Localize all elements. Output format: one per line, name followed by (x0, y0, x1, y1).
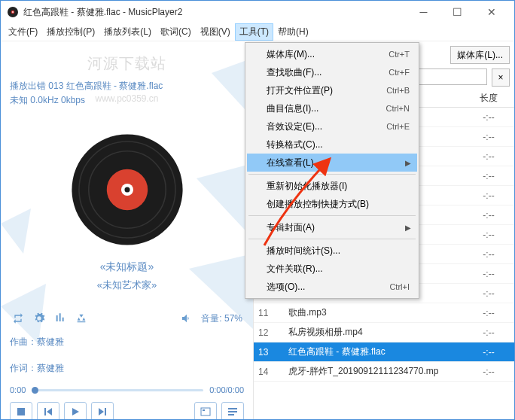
progress-bar[interactable] (32, 389, 203, 391)
tools-menu-item[interactable]: 媒体库(M)...Ctr+T (247, 45, 417, 63)
menu-item-label: 文件关联(R)... (267, 263, 410, 275)
maximize-button[interactable]: ☐ (440, 2, 474, 23)
row-duration: -:-- (463, 230, 514, 240)
tools-menu-item[interactable]: 文件关联(R)... (247, 260, 417, 278)
watermark-text: 河源下载站 (10, 53, 244, 74)
menu-help[interactable]: 帮助(H) (273, 23, 313, 41)
row-duration: -:-- (463, 171, 514, 181)
menu-playlist[interactable]: 播放列表(L) (99, 23, 156, 41)
tools-menu-item[interactable]: 选项(O)...Ctrl+I (247, 278, 417, 296)
time-current: 0:00 (10, 385, 26, 394)
menubar: 文件(F) 播放控制(P) 播放列表(L) 歌词(C) 视图(V) 工具(T) … (1, 23, 514, 41)
toggle-lyrics-button[interactable] (194, 402, 217, 419)
track-title: «未知标题» (10, 260, 244, 274)
tools-menu-item[interactable]: 专辑封面(A)▶ (247, 218, 417, 236)
menu-item-shortcut: Ctrl+I (389, 282, 410, 291)
next-button[interactable] (91, 402, 114, 419)
row-number: 11 (258, 308, 288, 318)
menu-file[interactable]: 文件(F) (4, 23, 42, 41)
menu-item-label: 查找歌曲(F)... (267, 66, 389, 79)
row-title: 歌曲.mp3 (288, 306, 463, 319)
menu-item-label: 音效设定(E)... (267, 120, 386, 133)
menu-item-shortcut: Ctr+T (389, 50, 410, 59)
app-icon (7, 6, 19, 18)
tools-menu-item[interactable]: 在线查看(L)▶ (247, 154, 417, 172)
transport-bar (10, 402, 244, 419)
close-button[interactable]: ✕ (474, 2, 508, 23)
menu-lyrics[interactable]: 歌词(C) (156, 23, 196, 41)
row-number: 13 (258, 347, 288, 358)
composer-label: 作曲： (10, 336, 37, 347)
playlist-row[interactable]: 11歌曲.mp3-:-- (254, 303, 514, 323)
tools-menu-item[interactable]: 曲目信息(I)...Ctrl+N (247, 99, 417, 117)
tools-menu-item[interactable]: 查找歌曲(F)...Ctr+F (247, 63, 417, 81)
menu-item-label: 重新初始化播放器(I) (267, 180, 410, 193)
row-duration: -:-- (463, 327, 514, 338)
row-number: 14 (258, 367, 288, 377)
lyricist-row: 作词：蔡健雅 (10, 362, 244, 375)
menu-separator (248, 215, 416, 216)
titlebar: 红色高跟鞋 - 蔡健雅.flac - MusicPlayer2 ─ ☐ ✕ (1, 1, 514, 23)
tools-menu-item[interactable]: 创建播放控制快捷方式(B) (247, 195, 417, 213)
menu-item-label: 播放时间统计(S)... (267, 245, 410, 257)
lyricist-label: 作词： (10, 363, 37, 373)
row-duration: -:-- (463, 367, 514, 377)
composer-row: 作曲：蔡健雅 (10, 336, 244, 348)
tools-menu-item[interactable]: 转换格式(C)... (247, 135, 417, 154)
menu-item-label: 媒体库(M)... (267, 48, 389, 61)
minimize-button[interactable]: ─ (407, 2, 440, 23)
prev-button[interactable] (37, 402, 59, 419)
repeat-icon[interactable] (11, 312, 25, 325)
svg-rect-16 (203, 409, 205, 411)
balance-icon[interactable] (75, 312, 88, 325)
menu-item-label: 选项(O)... (267, 281, 389, 294)
menu-item-label: 曲目信息(I)... (267, 102, 386, 115)
tools-menu-item[interactable]: 重新初始化播放器(I) (247, 177, 417, 195)
composer-value: 蔡健雅 (37, 336, 64, 347)
playlist-row[interactable]: 14虎牙-胖炸T_20190912111234770.mp-:-- (254, 362, 514, 382)
window-title: 红色高跟鞋 - 蔡健雅.flac - MusicPlayer2 (23, 6, 407, 19)
menu-view[interactable]: 视图(V) (196, 23, 235, 41)
row-duration: -:-- (463, 347, 514, 358)
svg-point-13 (124, 187, 130, 192)
lyricist-value: 蔡健雅 (37, 363, 64, 373)
status-line-1: 播放出错 013 红色高跟鞋 - 蔡健雅.flac (10, 80, 244, 93)
menu-tools[interactable]: 工具(T) (235, 23, 273, 41)
row-duration: -:-- (463, 151, 514, 162)
row-duration: -:-- (463, 249, 514, 260)
row-duration: -:-- (463, 132, 514, 142)
volume-icon[interactable] (180, 312, 194, 325)
menu-item-shortcut: Ctr+F (389, 68, 410, 77)
svg-point-2 (12, 11, 14, 13)
svg-rect-15 (201, 408, 210, 415)
row-title: 红色高跟鞋 - 蔡健雅.flac (288, 345, 463, 358)
row-title: 虎牙-胖炸T_20190912111234770.mp (288, 365, 463, 378)
menu-item-shortcut: Ctrl+E (386, 122, 410, 131)
playlist-row[interactable]: 13红色高跟鞋 - 蔡健雅.flac-:-- (254, 342, 514, 362)
stop-button[interactable] (10, 402, 32, 419)
menu-separator (248, 174, 416, 175)
playlist-row[interactable]: 12私房视频相册.mp4-:-- (254, 323, 514, 342)
player-panel: 河源下载站 www.pc0359.cn 播放出错 013 红色高跟鞋 - 蔡健雅… (1, 43, 253, 419)
status-line-2: 未知 0.0kHz 0kbps (10, 94, 244, 107)
svg-rect-14 (17, 408, 25, 415)
menu-item-shortcut: Ctrl+B (386, 86, 410, 95)
settings-icon[interactable] (32, 312, 46, 325)
row-duration: -:-- (463, 112, 514, 123)
play-button[interactable] (64, 402, 87, 419)
clear-search-button[interactable]: × (492, 68, 510, 87)
row-duration: -:-- (463, 288, 514, 299)
row-number: 12 (258, 327, 288, 338)
track-artist: «未知艺术家» (10, 278, 244, 292)
toggle-playlist-button[interactable] (221, 402, 244, 419)
media-library-button[interactable]: 媒体库(L)... (450, 46, 510, 64)
album-art (67, 129, 187, 250)
row-title: 私房视频相册.mp4 (288, 326, 463, 339)
menu-item-shortcut: Ctrl+N (386, 104, 410, 113)
equalizer-icon[interactable] (53, 312, 67, 325)
tools-menu-item[interactable]: 播放时间统计(S)... (247, 242, 417, 260)
menu-play-control[interactable]: 播放控制(P) (42, 23, 99, 41)
time-total: 0:00/0:00 (209, 385, 244, 394)
tools-menu-item[interactable]: 打开文件位置(P)Ctrl+B (247, 81, 417, 99)
tools-menu-item[interactable]: 音效设定(E)...Ctrl+E (247, 117, 417, 135)
